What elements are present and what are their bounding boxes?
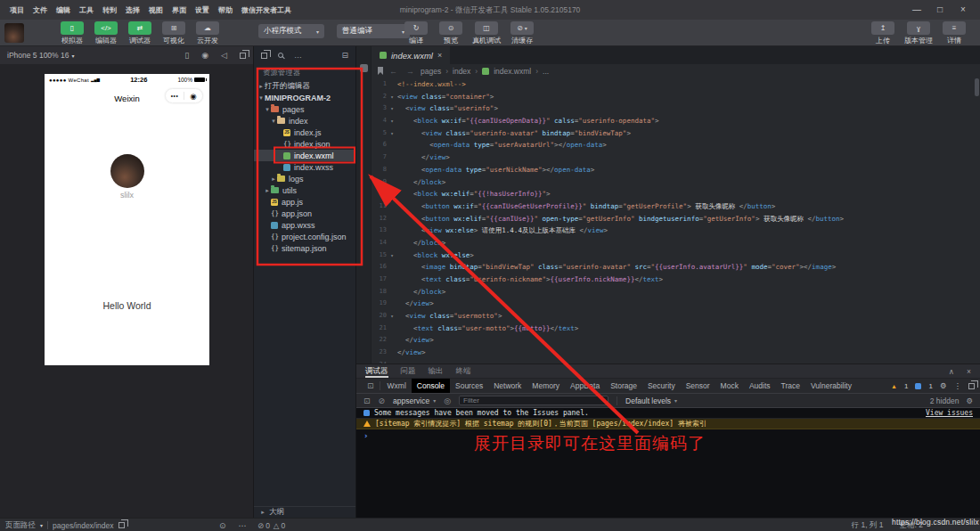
panel-tab-调试器[interactable]: 调试器 bbox=[365, 364, 388, 378]
files-icon[interactable] bbox=[261, 53, 267, 59]
mode-select[interactable]: 小程序模式 ▾ bbox=[258, 24, 324, 38]
rotate-device-icon[interactable]: ▯ bbox=[184, 51, 189, 60]
menu-dots-icon[interactable]: ••• bbox=[166, 93, 184, 99]
project-root[interactable]: ▾ MINIPROGRAM-2 bbox=[254, 92, 355, 103]
clear-cache-button[interactable]: ⊘▾清缓存 bbox=[509, 21, 535, 45]
close-icon[interactable]: × bbox=[967, 367, 971, 376]
user-avatar[interactable] bbox=[110, 154, 144, 188]
version-manage-button[interactable]: ɣ版本管理 bbox=[904, 21, 933, 45]
menu-item-6[interactable]: 视图 bbox=[144, 5, 167, 15]
log-levels-select[interactable]: Default levels ▾ bbox=[625, 396, 677, 405]
code-area[interactable]: 1<!--index.wxml-->2▾<view class="contain… bbox=[372, 78, 973, 364]
menu-item-9[interactable]: 帮助 bbox=[214, 5, 237, 15]
close-icon[interactable]: × bbox=[437, 51, 442, 60]
panel-tab-输出[interactable]: 输出 bbox=[429, 364, 444, 378]
mute-icon[interactable]: ◁ bbox=[221, 51, 227, 60]
device-select[interactable]: iPhone 5 100% 16 bbox=[7, 51, 69, 60]
compile-mode-select[interactable]: 普通编译 ▾ bbox=[337, 24, 410, 38]
dock-side-icon[interactable] bbox=[968, 383, 975, 389]
menu-item-8[interactable]: 设置 bbox=[191, 5, 214, 15]
gear-icon[interactable]: ⚙ bbox=[966, 396, 973, 405]
tree-item-index.wxml[interactable]: index.wxml bbox=[254, 150, 355, 161]
devtools-tab-console[interactable]: Console bbox=[412, 379, 450, 393]
user-avatar[interactable] bbox=[4, 23, 24, 43]
problem-counts[interactable]: ⊘0 △0 bbox=[257, 519, 285, 531]
editor-scrollbar[interactable] bbox=[975, 78, 979, 96]
cloud-dev-button[interactable]: ☁云开发 bbox=[194, 21, 221, 45]
devtools-tab-security[interactable]: Security bbox=[642, 379, 681, 393]
breadcrumb-item-...[interactable]: ... bbox=[543, 67, 549, 76]
close-icon[interactable]: × bbox=[951, 0, 975, 20]
tab-index-wxml[interactable]: index.wxml × bbox=[372, 46, 450, 64]
forward-icon[interactable]: → bbox=[406, 67, 414, 76]
devtools-tab-storage[interactable]: Storage bbox=[605, 379, 642, 393]
tree-item-index.wxss[interactable]: index.wxss bbox=[254, 161, 355, 173]
collapse-all-icon[interactable]: ⊟ bbox=[341, 51, 348, 60]
menu-item-0[interactable]: 项目 bbox=[5, 5, 29, 15]
collapse-panel-icon[interactable]: ∧ bbox=[949, 367, 954, 376]
view-issues-link[interactable]: View issues bbox=[926, 409, 973, 417]
devtools-tab-audits[interactable]: Audits bbox=[744, 379, 776, 393]
menu-item-10[interactable]: 微信开发者工具 bbox=[237, 5, 296, 15]
page-path-label[interactable]: 页面路径 bbox=[5, 520, 36, 531]
eye-icon[interactable]: ⊙ bbox=[219, 521, 226, 530]
more-icon[interactable]: … bbox=[294, 51, 302, 60]
devtools-tab-network[interactable]: Network bbox=[488, 379, 527, 393]
simulator-button[interactable]: ▯模拟器 bbox=[59, 21, 86, 45]
devtools-tab-wxml[interactable]: Wxml bbox=[382, 379, 412, 393]
open-editors-section[interactable]: ▸ 打开的编辑器 bbox=[254, 80, 355, 92]
compile-button[interactable]: ↻编译 bbox=[403, 21, 429, 45]
breadcrumb-item-index[interactable]: index bbox=[453, 67, 470, 76]
tree-item-utils[interactable]: ▸utils bbox=[254, 184, 355, 196]
editor-button[interactable]: </>编辑器 bbox=[93, 21, 119, 45]
visualization-button[interactable]: ⊞可视化 bbox=[160, 21, 187, 45]
menu-item-2[interactable]: 编辑 bbox=[52, 5, 75, 15]
devtools-tab-vulnerability[interactable]: Vulnerability bbox=[805, 379, 857, 393]
copy-icon[interactable] bbox=[118, 522, 125, 528]
details-button[interactable]: ≡详情 bbox=[941, 21, 968, 45]
menu-item-3[interactable]: 工具 bbox=[75, 5, 98, 15]
search-icon[interactable] bbox=[278, 53, 283, 58]
devtools-tab-appdata[interactable]: AppData bbox=[565, 379, 605, 393]
bookmark-icon[interactable] bbox=[378, 67, 383, 75]
tree-item-app.json[interactable]: {}app.json bbox=[254, 208, 355, 219]
tree-item-index[interactable]: ▾index bbox=[254, 115, 355, 127]
menu-item-1[interactable]: 文件 bbox=[29, 5, 52, 15]
tree-item-sitemap.json[interactable]: {}sitemap.json bbox=[254, 242, 355, 254]
minimize-icon[interactable]: — bbox=[905, 0, 928, 20]
gear-icon[interactable]: ⚙ bbox=[940, 381, 947, 390]
clear-console-icon[interactable]: ⊘ bbox=[379, 396, 386, 405]
console-sidebar-icon[interactable]: ⊡ bbox=[363, 396, 371, 405]
filter-input[interactable] bbox=[459, 396, 608, 405]
menu-item-4[interactable]: 转到 bbox=[98, 5, 121, 15]
debugger-button[interactable]: ⇄调试器 bbox=[127, 21, 153, 45]
more-icon[interactable]: ⋯ bbox=[239, 521, 247, 530]
home-target-icon[interactable]: ◉ bbox=[184, 92, 202, 101]
tree-item-app.js[interactable]: JSapp.js bbox=[254, 196, 355, 208]
cursor-position[interactable]: 行 1, 列 1 bbox=[852, 520, 884, 531]
kebab-menu-icon[interactable]: ⋮ bbox=[954, 381, 962, 390]
back-icon[interactable]: ← bbox=[389, 67, 397, 76]
context-select[interactable]: appservice ▾ bbox=[393, 396, 436, 405]
devtools-tab-mock[interactable]: Mock bbox=[715, 379, 744, 393]
devtools-tab-sensor[interactable]: Sensor bbox=[681, 379, 715, 393]
breadcrumb-item-index.wxml[interactable]: index.wxml bbox=[494, 67, 531, 76]
outline-section[interactable]: ▸ 大纲 bbox=[254, 506, 355, 518]
real-device-debug-button[interactable]: ◫真机调试 bbox=[472, 21, 501, 45]
devtools-tab-trace[interactable]: Trace bbox=[776, 379, 805, 393]
tree-item-app.wxss[interactable]: app.wxss bbox=[254, 219, 355, 231]
devtools-tab-sources[interactable]: Sources bbox=[450, 379, 488, 393]
tree-item-logs[interactable]: ▸logs bbox=[254, 173, 355, 184]
editor-widget-icon[interactable] bbox=[360, 64, 368, 72]
record-icon[interactable]: ◉ bbox=[201, 51, 208, 60]
devtools-tab-memory[interactable]: Memory bbox=[527, 379, 565, 393]
tree-item-pages[interactable]: ▾pages bbox=[254, 103, 355, 115]
menu-item-5[interactable]: 选择 bbox=[121, 5, 144, 15]
panel-tab-问题[interactable]: 问题 bbox=[401, 364, 416, 378]
detach-window-icon[interactable] bbox=[240, 53, 246, 59]
maximize-icon[interactable]: □ bbox=[928, 0, 951, 20]
tree-item-index.js[interactable]: JSindex.js bbox=[254, 127, 355, 138]
upload-button[interactable]: ↥上传 bbox=[870, 21, 896, 45]
tree-item-index.json[interactable]: {}index.json bbox=[254, 138, 355, 150]
breadcrumb-item-pages[interactable]: pages bbox=[421, 67, 441, 76]
